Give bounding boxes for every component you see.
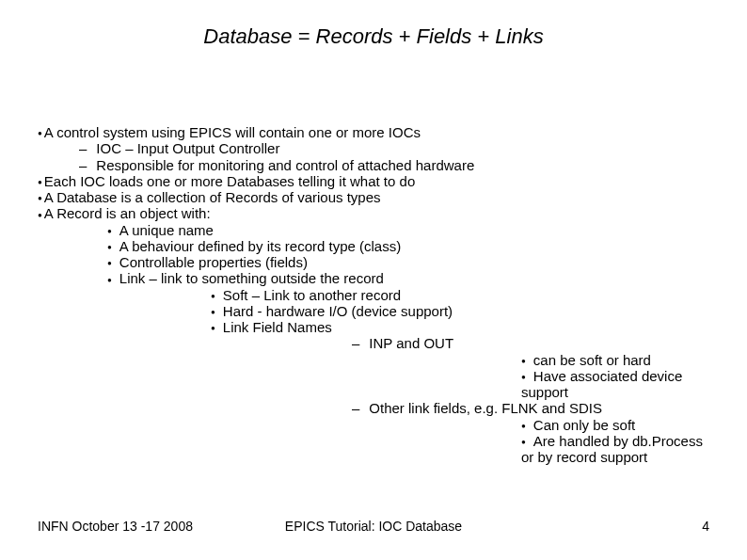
bullet-text: Are handled by db.Process or by record s… — [521, 433, 703, 465]
bullet-text: Can only be soft — [533, 417, 635, 433]
bullet-item: A Record is an object with: A unique nam… — [38, 205, 709, 465]
bullet-text: can be soft or hard — [533, 352, 651, 368]
bullet-item: Each IOC loads one or more Databases tel… — [38, 173, 709, 189]
bullet-text: Have associated device support — [521, 368, 682, 400]
bullet-item: A Database is a collection of Records of… — [38, 189, 709, 205]
bullet-item: Are handled by db.Process or by record s… — [521, 433, 709, 466]
bullet-item: Can only be soft — [521, 417, 709, 433]
bullet-text: INP and OUT — [369, 335, 453, 351]
bullet-item: A control system using EPICS will contai… — [38, 124, 709, 173]
bullet-text: IOC – Input Output Controller — [96, 140, 279, 156]
bullet-item: Hard - hardware I/O (device support) — [211, 303, 709, 319]
bullet-item: Link Field Names INP and OUT can be soft… — [211, 319, 709, 465]
bullet-text: Each IOC loads one or more Databases tel… — [44, 173, 415, 189]
slide-title: Database = Records + Fields + Links — [38, 24, 709, 49]
bullet-item: can be soft or hard — [521, 352, 709, 368]
bullet-text: A behaviour defined by its record type (… — [119, 238, 401, 254]
footer-center: EPICS Tutorial: IOC Database — [285, 519, 462, 534]
bullet-text: A Database is a collection of Records of… — [44, 189, 381, 205]
bullet-text: A control system using EPICS will contai… — [44, 124, 421, 140]
bullet-item: IOC – Input Output Controller — [79, 140, 709, 156]
bullet-item: A behaviour defined by its record type (… — [107, 238, 709, 254]
bullet-text: A unique name — [119, 222, 214, 238]
footer-left: INFN October 13 -17 2008 — [38, 519, 193, 534]
bullet-item: Other link fields, e.g. FLNK and SDIS Ca… — [352, 400, 709, 465]
bullet-text: Other link fields, e.g. FLNK and SDIS — [369, 400, 602, 416]
bullet-item: A unique name — [107, 222, 709, 238]
bullet-item: Responsible for monitoring and control o… — [79, 157, 709, 173]
footer: INFN October 13 -17 2008 EPICS Tutorial:… — [38, 519, 709, 534]
bullet-text: Link – link to something outside the rec… — [119, 270, 384, 286]
slide: Database = Records + Fields + Links A co… — [0, 0, 747, 560]
bullet-item: Soft – Link to another record — [211, 287, 709, 303]
bullet-text: Soft – Link to another record — [223, 287, 401, 303]
bullet-text: Responsible for monitoring and control o… — [96, 157, 474, 173]
bullet-item: INP and OUT can be soft or hard Have ass… — [352, 335, 709, 400]
slide-content: A control system using EPICS will contai… — [38, 124, 709, 465]
bullet-item: Have associated device support — [521, 368, 709, 401]
bullet-item: Link – link to something outside the rec… — [107, 270, 709, 465]
bullet-text: Link Field Names — [223, 319, 332, 335]
footer-page-number: 4 — [702, 519, 709, 534]
bullet-text: A Record is an object with: — [44, 205, 211, 221]
bullet-text: Hard - hardware I/O (device support) — [223, 303, 453, 319]
bullet-text: Controllable properties (fields) — [119, 254, 308, 270]
bullet-item: Controllable properties (fields) — [107, 254, 709, 270]
